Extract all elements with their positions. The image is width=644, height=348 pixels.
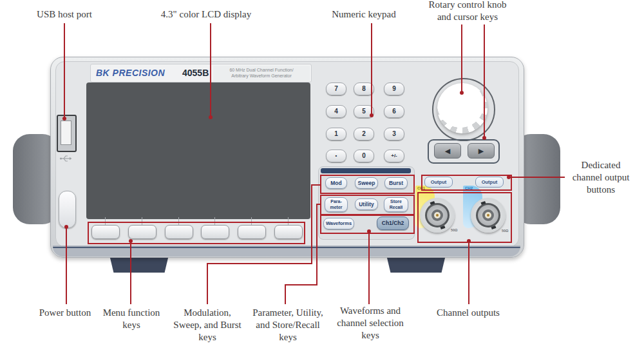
param-callout-line [285, 284, 317, 285]
mod-callout-line [311, 184, 320, 186]
arrow-left-icon: ◀ [445, 147, 450, 155]
menu-keys-callout-line [130, 241, 131, 304]
brand-logo: BK PRECISION [96, 68, 165, 78]
lcd-bezel [86, 82, 310, 219]
callout-dot [507, 175, 511, 179]
key-1[interactable]: 1 [326, 128, 346, 140]
right-foot [386, 255, 446, 273]
param-row-callout-box [320, 195, 415, 215]
key-9[interactable]: 9 [384, 82, 404, 95]
mod-callout-line [311, 184, 312, 264]
key-3[interactable]: 3 [384, 128, 404, 140]
waveforms-callout-line [368, 231, 370, 304]
knob-callout-line [461, 24, 462, 93]
key-plusminus[interactable]: +/- [384, 150, 404, 162]
usb-icon [59, 154, 72, 163]
callout-dot [482, 136, 486, 140]
usb-callout-line [64, 23, 65, 119]
annotation-menu-keys: Menu function keys [93, 307, 170, 331]
annotation-waveform-keys: Waveforms and channel selection keys [325, 305, 415, 342]
callout-dot [64, 225, 68, 229]
usb-host-port [57, 115, 77, 152]
annotation-usb-host-port: USB host port [19, 8, 109, 21]
cursor-keys-callout-line [484, 24, 485, 138]
brand-strip: BK PRECISION 4055B 60 MHz Dual Channel F… [90, 64, 312, 82]
keypad-callout-line [371, 23, 372, 115]
annotation-mod-keys: Modulation, Sweep, and Burst keys [162, 307, 252, 343]
key-7[interactable]: 7 [326, 82, 346, 95]
callout-dot [467, 239, 471, 243]
key-2[interactable]: 2 [354, 128, 374, 140]
callout-dot [62, 117, 66, 121]
key-decimal[interactable]: • [326, 150, 346, 162]
left-foot [109, 255, 169, 273]
labeled-diagram: BK PRECISION 4055B 60 MHz Dual Channel F… [0, 0, 644, 348]
annotation-rotary-knob: Rotary control knob and cursor keys [410, 0, 526, 23]
model-number: 4055B [182, 68, 209, 78]
bnc-callout-box [417, 192, 512, 243]
lcd-callout-line [210, 23, 211, 117]
annotation-numeric-keypad: Numeric keypad [319, 8, 409, 21]
menu-keys-callout-box [88, 222, 305, 244]
output-buttons-callout-line [509, 177, 565, 178]
key-0[interactable]: 0 [354, 150, 374, 162]
model-description: 60 MHz Dual Channel Function/ Arbitrary … [213, 66, 310, 81]
param-callout-line [316, 204, 317, 285]
panel-top-bar [321, 168, 411, 173]
callout-dot [367, 229, 371, 233]
arrow-right-icon: ▶ [478, 147, 484, 155]
output-buttons-callout-box [421, 175, 512, 191]
cursor-right-button[interactable]: ▶ [468, 143, 495, 159]
mod-row-callout-box [320, 175, 415, 194]
power-callout-line [66, 227, 67, 304]
power-button[interactable] [59, 191, 76, 228]
callout-dot [460, 91, 464, 95]
param-callout-line [285, 284, 286, 304]
mod-callout-line [207, 263, 312, 264]
callout-dot [370, 113, 374, 117]
annotation-param-keys: Parameter, Utility, and Store/Recall key… [243, 307, 333, 343]
cursor-left-button[interactable]: ◀ [434, 143, 461, 159]
usb-tongue [61, 121, 71, 145]
annotation-channel-outputs: Channel outputs [423, 307, 513, 319]
key-6[interactable]: 6 [384, 105, 404, 118]
mod-callout-line [207, 263, 208, 304]
callout-dot [129, 239, 133, 243]
channel-outputs-callout-line [468, 241, 469, 304]
callout-dot [209, 115, 213, 119]
bottom-trim-band [53, 246, 520, 256]
annotation-dedicated-outputs: Dedicated channel output buttons [560, 159, 641, 196]
annotation-lcd-display: 4.3" color LCD display [148, 8, 264, 21]
key-4[interactable]: 4 [326, 105, 346, 118]
